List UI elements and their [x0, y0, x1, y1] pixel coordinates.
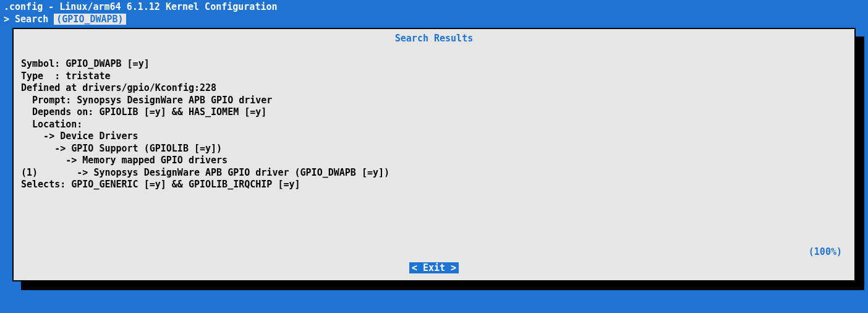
scroll-percent: (100%) [809, 246, 842, 259]
result-line: Type : tristate [21, 71, 111, 82]
result-line: -> Device Drivers [21, 131, 138, 142]
breadcrumb: > Search (GPIO_DWAPB) [0, 14, 868, 28]
result-line: Prompt: Synopsys DesignWare APB GPIO dri… [21, 95, 272, 106]
breadcrumb-search-term: (GPIO_DWAPB) [54, 14, 126, 25]
result-line: (1) -> Synopsys DesignWare APB GPIO driv… [21, 167, 389, 178]
search-results-dialog: Search Results Symbol: GPIO_DWAPB [=y] T… [12, 28, 856, 281]
breadcrumb-prefix: > Search [4, 14, 54, 25]
result-line: Defined at drivers/gpio/Kconfig:228 [21, 82, 216, 93]
search-result-body[interactable]: Symbol: GPIO_DWAPB [=y] Type : tristate … [21, 46, 847, 262]
exit-button[interactable]: < Exit > [409, 262, 459, 273]
result-line: -> Memory mapped GPIO drivers [21, 155, 228, 166]
result-line: Location: [21, 119, 82, 130]
result-line: Selects: GPIO_GENERIC [=y] && GPIOLIB_IR… [21, 179, 300, 190]
dialog-title: Search Results [21, 33, 847, 45]
result-line: -> GPIO Support (GPIOLIB [=y]) [21, 143, 222, 154]
result-line: Symbol: GPIO_DWAPB [=y] [21, 58, 150, 69]
result-line: Depends on: GPIOLIB [=y] && HAS_IOMEM [=… [21, 106, 266, 118]
window-title: .config - Linux/arm64 6.1.12 Kernel Conf… [0, 0, 868, 14]
